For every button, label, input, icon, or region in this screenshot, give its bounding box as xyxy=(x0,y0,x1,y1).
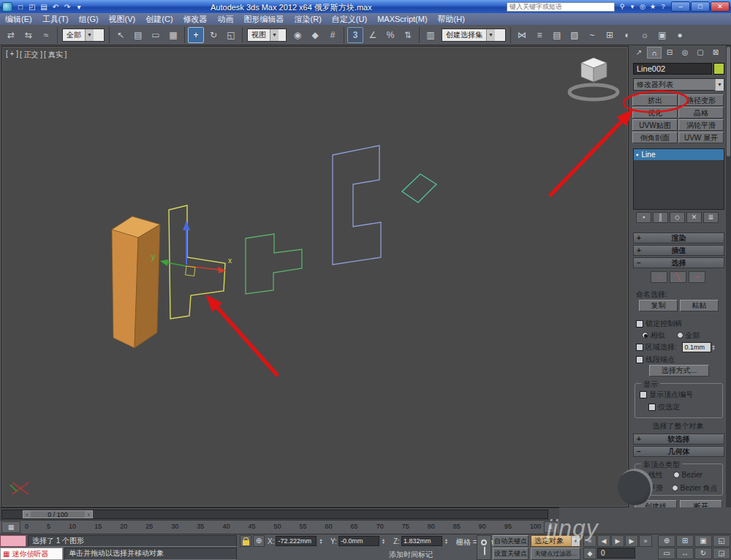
command-panel-scrollbar[interactable] xyxy=(726,45,731,507)
spinner-down-icon[interactable]: ▼ xyxy=(712,347,716,350)
z-coordinate-field[interactable]: 1.832mm xyxy=(401,536,442,546)
snap-toggle-3d-icon[interactable]: 3 xyxy=(347,27,363,43)
gizmo-y-axis-icon[interactable] xyxy=(160,260,168,266)
menu-item[interactable]: 帮助(H) xyxy=(433,13,470,25)
workspace-menu-icon[interactable]: ▾ xyxy=(73,3,85,11)
make-unique-icon[interactable]: ◇ xyxy=(670,212,685,223)
break-button[interactable]: 断开 xyxy=(680,500,722,507)
menu-item[interactable]: 修改器 xyxy=(178,13,213,25)
modifier-uvw-map-button[interactable]: UVW贴图 xyxy=(632,119,678,131)
pin-stack-icon[interactable]: ▪ xyxy=(636,212,651,223)
tetris-box-object[interactable] xyxy=(112,216,160,348)
material-editor-icon[interactable]: ◐ xyxy=(619,27,635,43)
select-and-manipulate-icon[interactable]: ◆ xyxy=(307,27,323,43)
key-filters-button[interactable]: 关键点过滤器... xyxy=(531,548,580,560)
viewport-pov-menu[interactable]: [ 正交 ] xyxy=(20,50,42,60)
window-crossing-icon[interactable]: ▦ xyxy=(165,27,181,43)
select-and-scale-icon[interactable]: ◱ xyxy=(223,27,239,43)
set-key-mode-button[interactable]: 设置关键点 xyxy=(493,548,529,560)
schematic-view-icon[interactable]: ⊞ xyxy=(602,27,618,43)
minimize-button[interactable]: – xyxy=(671,1,690,12)
percent-snap-icon[interactable]: % xyxy=(382,27,398,43)
mini-curve-editor-button[interactable]: ▦ xyxy=(1,521,20,533)
current-frame-field[interactable]: 0 xyxy=(597,548,635,559)
create-line-button[interactable]: 创建线 xyxy=(635,500,677,507)
add-time-tag[interactable]: 添加时间标记 xyxy=(389,550,433,560)
rollout-soft-selection[interactable]: +软选择 xyxy=(633,434,724,444)
key-mode-toggle-button[interactable]: ◆ xyxy=(583,548,596,559)
object-color-swatch[interactable] xyxy=(713,63,724,75)
menu-item[interactable]: 渲染(R) xyxy=(289,13,327,25)
selected-spline-yellow[interactable] xyxy=(169,205,225,319)
modifier-optimize-button[interactable]: 优化 xyxy=(632,107,678,118)
curve-editor-icon[interactable]: ~ xyxy=(584,27,600,43)
smooth-radio[interactable] xyxy=(640,485,646,491)
viewport-shading-menu[interactable]: [ 真实 ] xyxy=(44,50,67,60)
modifier-turbosmooth-button[interactable]: 涡轮平滑 xyxy=(678,119,724,131)
configure-modifier-sets-icon[interactable]: ≣ xyxy=(703,212,719,223)
scrollbar-thumb[interactable] xyxy=(727,47,730,156)
bezier-corner-radio[interactable] xyxy=(672,485,678,491)
tab-motion[interactable]: ◎ xyxy=(678,47,692,58)
tab-modify[interactable]: ∩ xyxy=(647,47,662,58)
open-file-icon[interactable]: ◰ xyxy=(26,3,38,11)
next-frame-arrow-icon[interactable]: › xyxy=(85,511,92,518)
render-production-icon[interactable]: ● xyxy=(672,27,688,43)
modifier-path-deform-button[interactable]: 路径变形 xyxy=(678,94,724,106)
selected-filter-dropdown[interactable]: 选定对象 ▼ xyxy=(531,535,580,547)
previous-frame-arrow-icon[interactable]: ‹ xyxy=(23,511,31,518)
gizmo-z-axis-icon[interactable] xyxy=(183,221,190,230)
viewport-general-menu[interactable]: [ + ] xyxy=(6,50,18,60)
area-selection-checkbox[interactable] xyxy=(636,344,643,351)
graphite-ribbon-icon[interactable]: ▧ xyxy=(567,27,583,43)
align-icon[interactable]: ≡ xyxy=(531,27,548,43)
modifier-uvw-unwrap-button[interactable]: UVW 展开 xyxy=(678,132,724,143)
select-and-move-icon[interactable]: + xyxy=(188,27,204,43)
unlink-selection-icon[interactable]: ⇆ xyxy=(20,27,37,43)
rendered-frame-icon[interactable]: ▣ xyxy=(654,27,670,43)
undo-icon[interactable]: ↶ xyxy=(50,3,61,11)
macro-recorder-field[interactable] xyxy=(0,535,26,547)
named-selection-set-combo[interactable]: 创建选择集▼ xyxy=(442,29,506,42)
zoom-extents-all-icon[interactable]: ◱ xyxy=(713,535,730,547)
viewcube[interactable] xyxy=(569,58,618,99)
bind-to-space-warp-icon[interactable]: ≈ xyxy=(38,27,54,43)
time-slider-track[interactable]: ‹ 0 / 100 › xyxy=(1,510,548,519)
selection-lock-toggle[interactable] xyxy=(240,535,251,547)
rollout-interpolation[interactable]: +插值 xyxy=(633,245,724,256)
chevron-down-icon[interactable]: ▼ xyxy=(270,29,279,41)
menu-item[interactable]: 视图(V) xyxy=(104,13,141,25)
new-scene-icon[interactable]: □ xyxy=(15,3,26,11)
select-by-button[interactable]: 选择方式... xyxy=(649,365,709,377)
object-name-field[interactable]: Line002 xyxy=(633,63,712,75)
mirror-icon[interactable]: ⋈ xyxy=(514,27,530,43)
paste-button[interactable]: 粘贴 xyxy=(680,300,719,311)
pan-icon[interactable]: ↔ xyxy=(676,548,694,559)
modifier-list-dropdown[interactable]: 修改器列表 ▼ xyxy=(633,78,724,91)
chevron-down-icon[interactable]: ▼ xyxy=(715,79,724,91)
keyboard-override-icon[interactable]: # xyxy=(325,27,341,43)
rollout-geometry[interactable]: −几何体 xyxy=(633,446,724,457)
modifier-bevel-profile-button[interactable]: 倒角剖面 xyxy=(632,132,678,143)
zoom-icon[interactable]: ⊕ xyxy=(658,535,675,547)
maximize-button[interactable]: □ xyxy=(691,1,710,12)
maximize-viewport-icon[interactable]: ◲ xyxy=(713,548,730,559)
viewport[interactable]: [ + ] [ 正交 ] [ 真实 ] xyxy=(1,46,629,507)
set-keys-button[interactable] xyxy=(477,535,491,560)
rollout-selection[interactable]: −选择 xyxy=(633,257,724,268)
chevron-down-icon[interactable]: ▼ xyxy=(486,29,495,41)
spinner-down-icon[interactable]: ▼ xyxy=(319,541,322,544)
search-input[interactable] xyxy=(507,2,615,12)
segment-end-checkbox[interactable] xyxy=(636,356,643,363)
tab-create[interactable]: ↗ xyxy=(632,47,646,58)
segment-subobject-icon[interactable]: ╲ xyxy=(670,271,686,283)
menu-item[interactable]: 图形编辑器 xyxy=(239,13,289,25)
previous-frame-button[interactable]: ◀ xyxy=(597,535,610,547)
menu-item[interactable]: 自定义(U) xyxy=(327,13,372,25)
spinner-snap-icon[interactable]: ⇅ xyxy=(400,27,416,43)
lock-handles-checkbox[interactable] xyxy=(636,320,643,328)
absolute-offset-toggle[interactable]: ⊕ xyxy=(253,535,265,547)
redo-icon[interactable]: ↷ xyxy=(61,3,73,11)
spline-teal-square[interactable] xyxy=(402,174,436,203)
zoom-region-icon[interactable]: ▭ xyxy=(658,548,675,559)
